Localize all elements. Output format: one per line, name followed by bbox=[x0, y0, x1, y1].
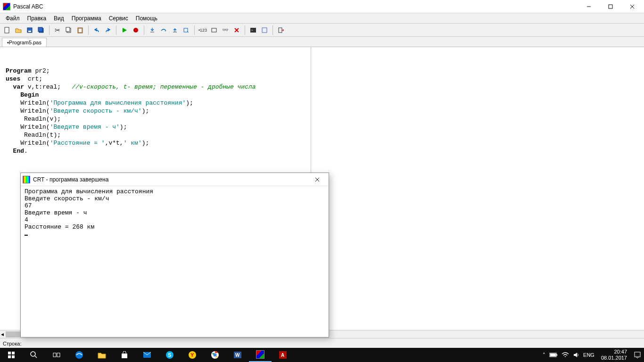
svg-rect-32 bbox=[53, 353, 56, 357]
menu-view[interactable]: Вид bbox=[50, 14, 68, 23]
store-icon[interactable] bbox=[113, 348, 136, 362]
watch-icon[interactable]: •123 bbox=[198, 25, 208, 35]
code-editor[interactable]: Program pr2; uses crt; var v,t:real; //v… bbox=[0, 47, 311, 167]
minimize-button[interactable] bbox=[578, 0, 600, 13]
menubar: Файл Правка Вид Программа Сервис Помощь bbox=[0, 13, 644, 24]
status-line-label: Строка: bbox=[3, 341, 21, 346]
wifi-icon[interactable] bbox=[561, 352, 569, 358]
code-line: uses crt; bbox=[6, 75, 42, 82]
tray-chevron-up-icon[interactable]: ˄ bbox=[543, 352, 545, 358]
code-line bbox=[6, 59, 9, 66]
pascal-abc-taskbar-icon[interactable] bbox=[249, 348, 272, 362]
exit-icon[interactable] bbox=[276, 25, 286, 35]
close-button[interactable] bbox=[621, 0, 643, 13]
undo-icon[interactable] bbox=[91, 25, 102, 35]
svg-rect-35 bbox=[122, 354, 127, 358]
clock[interactable]: 20:47 08.01.2017 bbox=[598, 349, 630, 361]
cursor-icon bbox=[25, 235, 28, 236]
menu-edit[interactable]: Правка bbox=[24, 14, 50, 23]
new-file-icon[interactable] bbox=[2, 25, 12, 35]
word-icon[interactable]: W bbox=[226, 348, 249, 362]
svg-rect-33 bbox=[57, 353, 60, 357]
window-titlebar: Pascal ABC bbox=[0, 0, 644, 13]
svg-rect-4 bbox=[5, 27, 9, 33]
task-view-icon[interactable] bbox=[45, 348, 68, 362]
run-to-cursor-icon[interactable] bbox=[181, 25, 191, 35]
system-tray: ˄ ENG 20:47 08.01.2017 bbox=[543, 349, 644, 361]
open-file-icon[interactable] bbox=[13, 25, 24, 35]
clock-time: 20:47 bbox=[601, 349, 627, 355]
code-line: Writeln('Введите время - ч'); bbox=[6, 123, 127, 131]
clear-icon[interactable] bbox=[231, 25, 242, 35]
svg-rect-16 bbox=[184, 28, 188, 32]
redo-icon[interactable] bbox=[103, 25, 113, 35]
paste-icon[interactable] bbox=[75, 25, 85, 35]
save-icon[interactable] bbox=[25, 25, 35, 35]
step-out-icon[interactable] bbox=[170, 25, 180, 35]
svg-rect-50 bbox=[635, 352, 640, 357]
step-into-icon[interactable] bbox=[147, 25, 157, 35]
battery-icon[interactable] bbox=[549, 352, 558, 358]
volume-icon[interactable] bbox=[573, 352, 579, 358]
search-icon[interactable] bbox=[23, 348, 45, 362]
step-over-icon[interactable] bbox=[158, 25, 169, 35]
run-icon[interactable] bbox=[119, 25, 130, 35]
windows-taskbar: S Y W A ˄ ENG 20:47 08.01.2017 bbox=[0, 348, 644, 362]
toolbar: ✂ •123 👓 > bbox=[0, 24, 644, 37]
menu-file[interactable]: Файл bbox=[2, 14, 24, 23]
menu-program[interactable]: Программа bbox=[68, 14, 105, 23]
editor-tabs: •Program5.pas bbox=[0, 37, 644, 47]
code-line: Program pr2; bbox=[6, 67, 50, 74]
svg-rect-1 bbox=[609, 5, 612, 8]
code-line: var v,t:real; //v-скорость, t- время; пе… bbox=[6, 83, 256, 90]
console-icon[interactable]: > bbox=[248, 25, 258, 35]
form-icon[interactable] bbox=[259, 25, 270, 35]
code-line: Writeln('Расстояние = ',v*t,' км'); bbox=[6, 140, 149, 147]
code-line: Writeln('Программа для вычисления рассто… bbox=[6, 99, 193, 107]
yandex-icon[interactable]: Y bbox=[181, 348, 204, 362]
svg-rect-48 bbox=[556, 354, 557, 356]
copy-icon[interactable] bbox=[64, 25, 74, 35]
save-all-icon[interactable] bbox=[36, 25, 46, 35]
app-icon bbox=[3, 3, 10, 10]
stop-icon[interactable] bbox=[131, 25, 141, 35]
svg-rect-10 bbox=[66, 27, 70, 32]
svg-text:W: W bbox=[235, 353, 240, 358]
crt-icon bbox=[23, 176, 30, 183]
svg-rect-27 bbox=[12, 352, 15, 354]
maximize-button[interactable] bbox=[600, 0, 621, 13]
code-line: Writeln('Введите скорость - км/ч'); bbox=[6, 107, 149, 115]
svg-rect-28 bbox=[8, 355, 11, 358]
svg-rect-23 bbox=[279, 28, 282, 33]
crt-output: Программа для вычисления расстояния Введ… bbox=[21, 186, 329, 239]
svg-text:Y: Y bbox=[190, 352, 194, 358]
language-indicator[interactable]: ENG bbox=[583, 352, 594, 358]
editor-right-pane[interactable] bbox=[311, 47, 644, 338]
svg-point-30 bbox=[31, 352, 35, 356]
glasses-icon[interactable]: 👓 bbox=[220, 25, 231, 35]
file-tab[interactable]: •Program5.pas bbox=[2, 38, 47, 47]
status-bar: Строка: bbox=[0, 338, 644, 348]
svg-text:>: > bbox=[251, 29, 253, 32]
mail-icon[interactable] bbox=[136, 348, 158, 362]
menu-service[interactable]: Сервис bbox=[105, 14, 132, 23]
notifications-icon[interactable] bbox=[634, 351, 641, 359]
chrome-icon[interactable] bbox=[204, 348, 226, 362]
menu-help[interactable]: Помощь bbox=[132, 14, 161, 23]
acrobat-icon[interactable]: A bbox=[272, 348, 294, 362]
skype-icon[interactable]: S bbox=[158, 348, 181, 362]
crt-output-window[interactable]: CRT - программа завершена Программа для … bbox=[20, 173, 329, 337]
edge-icon[interactable] bbox=[68, 348, 91, 362]
code-line: Begin bbox=[6, 91, 39, 99]
crt-close-button[interactable] bbox=[308, 173, 327, 186]
svg-point-42 bbox=[214, 354, 217, 357]
start-button[interactable] bbox=[0, 348, 23, 362]
explorer-icon[interactable] bbox=[91, 348, 113, 362]
crt-titlebar[interactable]: CRT - программа завершена bbox=[21, 173, 329, 186]
svg-rect-14 bbox=[150, 32, 154, 33]
svg-rect-6 bbox=[28, 31, 31, 32]
svg-point-13 bbox=[133, 28, 138, 33]
cut-icon[interactable]: ✂ bbox=[52, 25, 63, 35]
svg-rect-12 bbox=[79, 29, 82, 32]
window-icon[interactable] bbox=[209, 25, 219, 35]
